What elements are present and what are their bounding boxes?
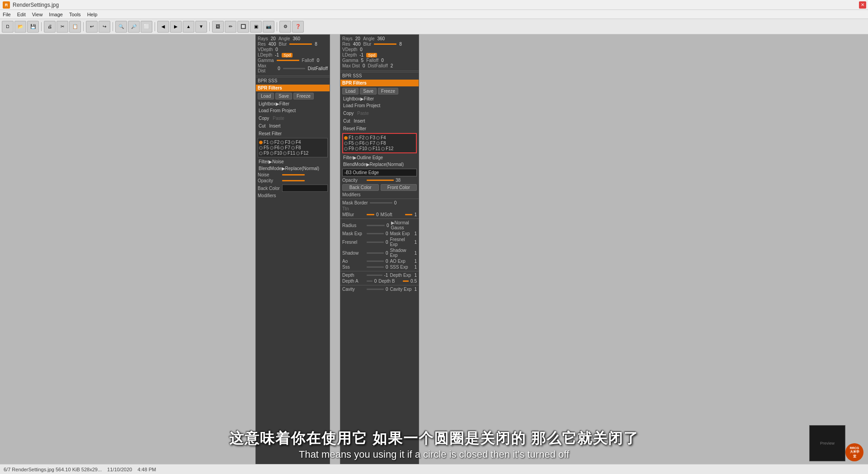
right-depthb-slider[interactable] bbox=[403, 280, 409, 282]
right-f5-radio[interactable] bbox=[344, 142, 348, 145]
toolbar-copy2[interactable]: 📋 bbox=[69, 21, 81, 33]
toolbar-cut[interactable]: ✂ bbox=[57, 21, 68, 33]
left-insert-label[interactable]: Insert bbox=[269, 123, 282, 129]
toolbar-print[interactable]: 🖨 bbox=[44, 21, 56, 33]
left-f1-radio[interactable] bbox=[259, 141, 263, 144]
right-f7-slot[interactable]: F7 bbox=[365, 141, 375, 146]
menu-image[interactable]: Image bbox=[49, 12, 63, 17]
toolbar-down[interactable]: ▼ bbox=[195, 21, 207, 33]
right-f2-radio[interactable] bbox=[355, 136, 359, 140]
left-f6-slot[interactable]: F6 bbox=[270, 145, 280, 150]
left-freeze-btn[interactable]: Freeze bbox=[293, 93, 314, 100]
toolbar-zoom-out[interactable]: 🔎 bbox=[128, 21, 140, 33]
left-f5-slot[interactable]: F5 bbox=[259, 145, 269, 150]
right-f3-radio[interactable] bbox=[365, 136, 369, 140]
right-outline-edge-box[interactable]: -B3 Outline Edge bbox=[342, 169, 417, 176]
left-f8-slot[interactable]: F8 bbox=[291, 145, 301, 150]
right-f8-slot[interactable]: F8 bbox=[376, 141, 386, 146]
menu-tools[interactable]: Tools bbox=[69, 12, 81, 17]
right-load-btn[interactable]: Load bbox=[342, 88, 359, 95]
right-f11-slot[interactable]: F11 bbox=[368, 146, 380, 151]
left-f12-radio[interactable] bbox=[296, 152, 300, 155]
left-f11-radio[interactable] bbox=[283, 152, 287, 155]
left-f2-radio[interactable] bbox=[270, 141, 274, 144]
right-cavity-slider[interactable] bbox=[367, 289, 384, 290]
left-save-btn[interactable]: Save bbox=[275, 93, 292, 100]
left-paste-label[interactable]: Paste bbox=[272, 115, 285, 121]
right-f3-slot[interactable]: F3 bbox=[365, 135, 375, 140]
toolbar-next[interactable]: ▶ bbox=[170, 21, 182, 33]
right-maskexp-slider[interactable] bbox=[367, 233, 384, 234]
menu-view[interactable]: View bbox=[32, 12, 43, 17]
right-f11-radio[interactable] bbox=[368, 147, 372, 151]
left-opacity-slider[interactable] bbox=[282, 180, 305, 181]
left-cut-label[interactable]: Cut bbox=[258, 123, 267, 129]
left-backcolor-swatch[interactable] bbox=[282, 185, 328, 192]
left-f3-slot[interactable]: F3 bbox=[280, 140, 290, 145]
menu-edit[interactable]: Edit bbox=[17, 12, 26, 17]
left-blur-slider[interactable] bbox=[289, 43, 312, 45]
right-f10-slot[interactable]: F10 bbox=[355, 146, 367, 151]
right-mblur-slider[interactable] bbox=[367, 214, 374, 215]
toolbar-zoom-fit[interactable]: ⬜ bbox=[141, 21, 152, 33]
left-noise-slider[interactable] bbox=[282, 174, 305, 175]
right-blur-slider[interactable] bbox=[374, 43, 396, 45]
right-f2-slot[interactable]: F2 bbox=[355, 135, 365, 140]
left-f7-radio[interactable] bbox=[280, 146, 284, 150]
left-f8-radio[interactable] bbox=[291, 146, 295, 150]
right-opacity-slider[interactable] bbox=[367, 180, 394, 181]
left-f9-radio[interactable] bbox=[259, 152, 263, 155]
left-f3-radio[interactable] bbox=[280, 141, 284, 144]
left-f11-slot[interactable]: F11 bbox=[283, 151, 295, 156]
right-normalgauss-label[interactable]: ▶Normal Gauss bbox=[391, 220, 417, 230]
right-f6-slot[interactable]: F6 bbox=[355, 141, 365, 146]
right-f9-radio[interactable] bbox=[344, 147, 348, 151]
menu-help[interactable]: Help bbox=[87, 12, 98, 17]
left-f12-slot[interactable]: F12 bbox=[296, 151, 308, 156]
left-f7-slot[interactable]: F7 bbox=[280, 145, 290, 150]
toolbar-up[interactable]: ▲ bbox=[183, 21, 194, 33]
left-distfalloff-slider[interactable] bbox=[283, 68, 305, 69]
toolbar-new[interactable]: 🗋 bbox=[2, 21, 14, 33]
right-f1-slot[interactable]: F1 bbox=[344, 135, 354, 140]
left-f1-slot[interactable]: F1 bbox=[259, 140, 269, 145]
close-button[interactable]: ✕ bbox=[859, 1, 866, 9]
left-lightbox-label[interactable]: Lightbox▶Filter bbox=[258, 101, 290, 107]
right-backcolor-btn[interactable]: Back Color bbox=[342, 184, 379, 191]
right-lightbox-label[interactable]: Lightbox▶Filter bbox=[342, 96, 375, 102]
left-blendmode[interactable]: BlendMode▶Replace(Normal) bbox=[258, 166, 320, 171]
right-f7-radio[interactable] bbox=[365, 142, 369, 145]
right-msoft-slider[interactable] bbox=[405, 214, 413, 215]
toolbar-help[interactable]: ❓ bbox=[292, 21, 304, 33]
right-f12-radio[interactable] bbox=[381, 147, 385, 151]
left-filter-noise[interactable]: Filter▶Noise bbox=[258, 159, 285, 165]
right-f1-radio[interactable] bbox=[344, 136, 348, 140]
right-lfp-label[interactable]: Load From Project bbox=[342, 103, 381, 109]
left-f9-slot[interactable]: F9 bbox=[259, 151, 269, 156]
toolbar-cam[interactable]: 📷 bbox=[263, 21, 274, 33]
right-paste-label[interactable]: Paste bbox=[356, 110, 370, 116]
toolbar-settings[interactable]: ⚙ bbox=[279, 21, 291, 33]
left-load-btn[interactable]: Load bbox=[258, 93, 274, 100]
toolbar-undo[interactable]: ↩ bbox=[86, 21, 98, 33]
right-f9-slot[interactable]: F9 bbox=[344, 146, 354, 151]
toolbar-save[interactable]: 💾 bbox=[27, 21, 39, 33]
left-f4-slot[interactable]: F4 bbox=[291, 140, 301, 145]
left-f2-slot[interactable]: F2 bbox=[270, 140, 280, 145]
right-f8-radio[interactable] bbox=[376, 142, 380, 145]
toolbar-redo[interactable]: ↪ bbox=[99, 21, 110, 33]
left-lfp-label[interactable]: Load From Project bbox=[258, 108, 297, 114]
right-shadow-slider[interactable] bbox=[367, 252, 384, 254]
right-freeze-btn[interactable]: Freeze bbox=[378, 88, 398, 95]
right-f12-slot[interactable]: F12 bbox=[381, 146, 393, 151]
left-gamma-slider[interactable] bbox=[277, 60, 299, 61]
right-copy-label[interactable]: Copy bbox=[342, 110, 354, 116]
toolbar-zoom-in[interactable]: 🔍 bbox=[115, 21, 127, 33]
toolbar-crop[interactable]: 🔲 bbox=[237, 21, 249, 33]
right-depth-slider[interactable] bbox=[367, 275, 382, 276]
right-f4-radio[interactable] bbox=[376, 136, 380, 140]
right-filter-outline[interactable]: Filter▶Outline Edge bbox=[342, 155, 384, 161]
right-save-btn[interactable]: Save bbox=[360, 88, 377, 95]
left-f5-radio[interactable] bbox=[259, 146, 263, 150]
right-fresnel-slider[interactable] bbox=[367, 242, 384, 243]
